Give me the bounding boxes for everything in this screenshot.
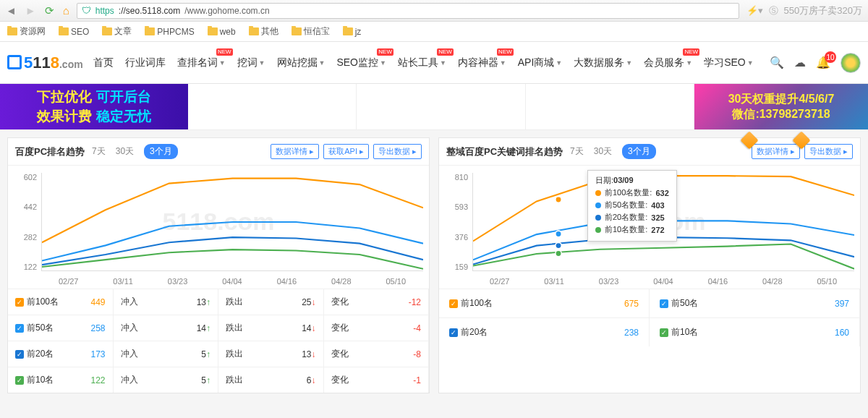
bookmark-item[interactable]: 资源网 [7, 25, 46, 38]
chevron-down-icon: ▼ [556, 59, 562, 67]
promo-left-ad[interactable]: 下拉优化 可开后台 效果计费 稳定无忧 [0, 84, 188, 129]
action-button[interactable]: 数据详情▸ [752, 144, 800, 159]
action-button[interactable]: 导出数据▸ [373, 144, 422, 159]
time-tab[interactable]: 30天 [594, 145, 612, 158]
arrow-up-icon: ↑ [206, 349, 210, 359]
address-bar[interactable]: 🛡 https://seo.5118.com/www.gohome.com.cn [77, 3, 739, 19]
time-tab[interactable]: 3个月 [144, 144, 178, 159]
svg-point-2 [556, 242, 561, 249]
time-tab[interactable]: 30天 [116, 145, 134, 158]
chart-tooltip: 日期:03/09前100名数量: 632前50名数量: 403前20名数量: 3… [587, 170, 677, 242]
folder-icon [292, 27, 302, 35]
site-logo[interactable]: 5118.com [7, 54, 83, 72]
time-tab[interactable]: 3个月 [622, 144, 656, 159]
nav-item[interactable]: 首页 [93, 56, 114, 69]
cloud-download-icon[interactable]: ☁ [794, 56, 806, 69]
stat-cell: 跌出25↓ [218, 289, 324, 315]
extension-icon[interactable]: Ⓢ [769, 4, 778, 17]
chevron-down-icon: ▼ [380, 59, 386, 67]
avatar[interactable] [841, 53, 861, 73]
folder-icon [7, 27, 17, 35]
search-icon[interactable]: 🔍 [770, 56, 784, 69]
chevron-right-icon: ▸ [359, 147, 364, 156]
new-badge: NEW [216, 48, 233, 56]
url-host: ://seo.5118.com [119, 6, 180, 16]
search-hint[interactable]: 550万房子卖320万 [784, 4, 862, 17]
nav-item[interactable]: 内容神器▼NEW [458, 56, 506, 69]
bell-icon[interactable]: 🔔10 [816, 56, 830, 69]
nav-item[interactable]: API商城▼ [518, 56, 563, 69]
stat-cell: ✓前20名238 [439, 317, 650, 346]
nav-item[interactable]: 学习SEO▼ [704, 56, 754, 69]
stat-cell: ✓前50名258 [8, 315, 114, 341]
action-button[interactable]: 获取API▸ [323, 144, 369, 159]
new-badge: NEW [497, 48, 514, 56]
chevron-right-icon: ▸ [791, 147, 795, 156]
nav-item[interactable]: 挖词▼ [237, 56, 265, 69]
folder-icon [343, 27, 353, 35]
new-badge: NEW [437, 48, 454, 56]
nav-item[interactable]: 查排名词▼NEW [177, 56, 226, 69]
nav-item[interactable]: SEO监控▼NEW [336, 56, 386, 69]
chevron-right-icon: ▸ [843, 147, 848, 156]
bookmark-item[interactable]: 文章 [102, 25, 132, 38]
chevron-down-icon: ▼ [319, 59, 326, 67]
checkbox-icon[interactable]: ✓ [15, 376, 24, 385]
bookmark-item[interactable]: web [208, 27, 236, 37]
nav-item[interactable]: 行业词库 [125, 56, 166, 69]
bookmark-item[interactable]: 恒信宝 [292, 25, 330, 38]
panel-title: 百度PC排名趋势 [15, 145, 85, 158]
chevron-right-icon: ▸ [310, 147, 314, 156]
checkbox-icon[interactable]: ✓ [15, 324, 24, 333]
checkbox-icon[interactable]: ✓ [449, 328, 458, 337]
checkbox-icon[interactable]: ✓ [660, 328, 668, 337]
arrow-down-icon: ↓ [312, 323, 316, 333]
bookmark-item[interactable]: jz [343, 27, 362, 37]
stat-cell: ✓前100名449 [8, 289, 114, 315]
folder-icon [145, 27, 155, 35]
shield-icon: 🛡 [82, 5, 91, 16]
svg-point-3 [556, 250, 561, 257]
stat-cell: 变化-8 [324, 341, 430, 367]
nav-item[interactable]: 站长工具▼NEW [398, 56, 446, 69]
chart-domain-keyword: 5118.com 810593376159 日期:03/09前100名数量: 6… [439, 166, 860, 289]
checkbox-icon[interactable]: ✓ [660, 299, 668, 308]
stat-cell: ✓前10名160 [650, 317, 860, 346]
flash-icon[interactable]: ⚡▾ [746, 5, 763, 16]
bookmark-item[interactable]: PHPCMS [145, 27, 194, 37]
forward-icon[interactable]: ► [25, 4, 36, 17]
nav-item[interactable]: 大数据服务▼ [574, 56, 632, 69]
stat-cell: 冲入13↑ [114, 289, 219, 315]
checkbox-icon[interactable]: ✓ [15, 350, 24, 359]
bookmark-item[interactable]: 其他 [249, 25, 278, 38]
arrow-up-icon: ↑ [206, 297, 210, 307]
new-badge: NEW [683, 48, 699, 56]
nav-item[interactable]: 会员服务▼NEW [644, 56, 692, 69]
new-badge: NEW [377, 48, 393, 56]
site-nav: 5118.com 首页行业词库查排名词▼NEW挖词▼网站挖掘▼SEO监控▼NEW… [0, 42, 868, 84]
checkbox-icon[interactable]: ✓ [15, 298, 24, 307]
nav-item[interactable]: 网站挖掘▼ [277, 56, 326, 69]
stat-cell: 冲入14↑ [114, 315, 219, 341]
back-icon[interactable]: ◄ [6, 4, 17, 17]
time-tab[interactable]: 7天 [570, 145, 584, 158]
panel-domain-keyword-trend: 整域百度PC关键词排名趋势 7天30天3个月 数据详情▸导出数据▸ 5118.c… [438, 137, 861, 393]
action-button[interactable]: 数据详情▸ [271, 144, 319, 159]
stat-cell: 跌出13↓ [218, 341, 324, 367]
home-icon[interactable]: ⌂ [63, 4, 69, 17]
stat-cell: ✓前10名122 [8, 367, 114, 393]
time-tab[interactable]: 7天 [92, 145, 106, 158]
arrow-down-icon: ↓ [312, 349, 316, 359]
action-button[interactable]: 导出数据▸ [804, 144, 853, 159]
reload-icon[interactable]: ⟳ [45, 4, 54, 17]
promo-right-ad[interactable]: 30天权重提升4/5/6/7 微信:13798273718 [694, 84, 868, 129]
stat-cell: 跌出14↓ [218, 315, 324, 341]
chevron-down-icon: ▼ [440, 59, 446, 67]
chevron-down-icon: ▼ [686, 59, 692, 67]
chevron-down-icon: ▼ [259, 59, 265, 67]
folder-icon [59, 27, 69, 35]
browser-toolbar: ◄ ► ⟳ ⌂ 🛡 https://seo.5118.com/www.gohom… [0, 0, 868, 22]
bookmark-item[interactable]: SEO [59, 27, 89, 37]
bookmark-bar: 资源网SEO文章PHPCMSweb其他恒信宝jz [0, 22, 868, 42]
checkbox-icon[interactable]: ✓ [449, 299, 458, 308]
